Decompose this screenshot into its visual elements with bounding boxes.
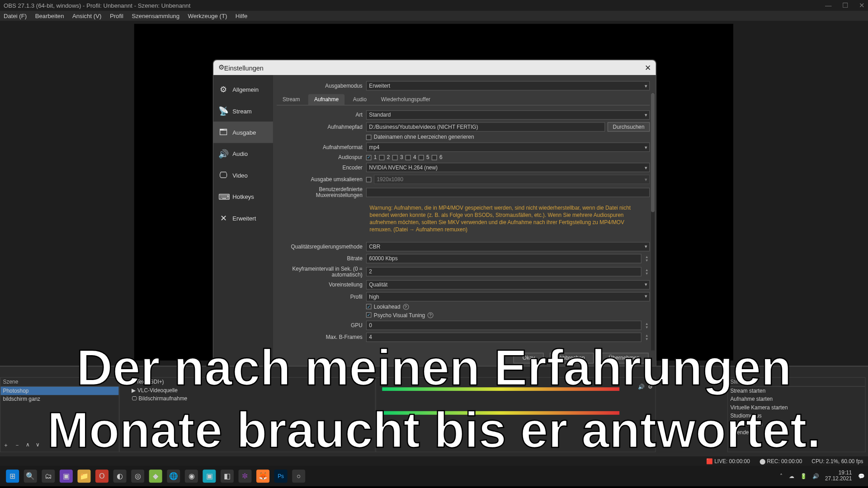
aufnahmepfad-input[interactable]: D:/Business/Youtube/videos (NICHT FERTIG… [366,122,605,131]
rescale-checkbox[interactable] [366,177,372,182]
sidebar-item-video[interactable]: 🖵Video [213,164,273,186]
tab-stream[interactable]: Stream [277,94,306,105]
durchsuchen-button[interactable]: Durchsuchen [608,122,650,131]
app-icon[interactable]: ◆ [149,469,162,483]
menu-item[interactable]: Werkzeuge (T) [188,13,227,19]
aufnahmeformat-select[interactable]: mp4 [366,142,650,152]
scene-item[interactable]: bildschirm ganz [0,395,118,403]
exit-button[interactable]: Beenden [728,428,865,436]
taskbar-clock[interactable]: 19:11 27.12.2021 [825,470,852,482]
start-stream-button[interactable]: Stream starten [728,387,865,395]
menu-item[interactable]: Datei (F) [4,13,27,19]
app-icon[interactable]: ✼ [238,469,251,483]
audiospur-4-checkbox[interactable] [406,155,411,160]
abbrechen-button[interactable]: Abbrechen [550,352,594,363]
menu-item[interactable]: Profil [110,13,123,19]
profil-select[interactable]: high [366,292,650,301]
opera-icon[interactable]: O [95,469,108,483]
scene-item[interactable]: Photoshop [0,387,118,395]
sidebar-item-erweitert[interactable]: ✕Erweitert [213,207,273,229]
battery-icon[interactable]: 🔋 [800,473,807,479]
uebernehmen-button[interactable]: Übernehmen [600,352,649,363]
live-status: LIVE: 00:00:00 [714,458,750,464]
keyframe-spinner[interactable]: ▲▼ [644,267,650,276]
app-icon[interactable]: ○ [292,469,305,483]
start-virtualcam-button[interactable]: Virtuelle Kamera starten [728,404,865,412]
tab-replaybuffer[interactable]: Wiederholungspuffer [375,94,437,105]
steam-icon[interactable]: ◎ [131,469,144,483]
photoshop-icon[interactable]: Ps [274,469,288,483]
tab-audio[interactable]: Audio [347,94,373,105]
psycho-checkbox[interactable] [366,312,372,318]
gear-icon[interactable]: ⚙ [648,384,653,389]
audiospur-5-checkbox[interactable] [419,155,424,160]
source-item[interactable]: 🖵 Bildschirmaufnahme [120,394,375,403]
close-icon[interactable]: ✕ [859,1,864,9]
search-icon[interactable]: 🔍 [24,469,37,483]
move-down-button[interactable]: ∨ [36,441,40,449]
gpu-spinner[interactable]: ▲▼ [644,320,650,330]
sidebar-item-hotkeys[interactable]: ⌨Hotkeys [213,186,273,207]
remove-scene-button[interactable]: － [14,441,20,449]
notifications-icon[interactable]: 💬 [858,473,865,479]
rescale-select: 868x488 [374,174,650,184]
resolve-icon[interactable]: ◧ [221,469,234,483]
source-item[interactable]: T Text (GDI+) [120,378,375,386]
sidebar-item-allgemein[interactable]: ⚙Allgemein [213,79,273,100]
onedrive-icon[interactable]: ☁ [789,473,794,479]
bitrate-spinner[interactable]: ▲▼ [644,253,650,263]
scrollbar[interactable] [651,93,655,350]
start-recording-button[interactable]: Aufnahme starten [728,395,865,403]
app-icon[interactable]: ▣ [60,469,73,483]
no-space-checkbox[interactable] [366,134,372,140]
studio-mode-button[interactable]: Studiomodus [728,412,865,420]
monitor-icon: 🖵 [218,170,229,180]
menu-item[interactable]: Szenensammlung [132,13,179,19]
settings-button[interactable]: Einstellungen [728,420,865,428]
art-select[interactable]: Standard [366,110,650,120]
explorer-icon[interactable]: 📁 [77,469,90,483]
sidebar-item-audio[interactable]: 🔊Audio [213,143,273,164]
volume-icon[interactable]: 🔊 [812,473,819,479]
app-icon[interactable]: 🌐 [167,469,180,483]
menu-item[interactable]: Hilfe [236,13,247,19]
help-icon[interactable]: ? [427,312,433,318]
bframes-spinner[interactable]: ▲▼ [644,332,650,342]
keyframe-input[interactable]: 2 [366,267,642,276]
audiospur-6-checkbox[interactable] [432,155,437,160]
add-scene-button[interactable]: ＋ [3,441,9,449]
volume-icon[interactable]: 🔊 [638,384,645,389]
firefox-icon[interactable]: 🦊 [256,469,269,483]
audiospur-3-checkbox[interactable] [392,155,398,160]
chrome-icon[interactable]: ◐ [113,469,127,483]
help-icon[interactable]: ? [403,304,409,310]
encoder-select[interactable]: NVIDIA NVENC H.264 (new) [366,163,650,172]
menu-item[interactable]: Ansicht (V) [72,13,101,19]
streamlabs-icon[interactable]: ▣ [203,469,216,483]
maximize-icon[interactable]: ☐ [842,1,848,9]
muxer-settings-input[interactable] [366,188,650,197]
ratecontrol-select[interactable]: CBR [366,242,650,251]
bframes-input[interactable]: 4 [366,332,642,342]
lookahead-checkbox[interactable] [366,304,372,310]
sidebar-item-stream[interactable]: 📡Stream [213,100,273,122]
move-up-button[interactable]: ∧ [26,441,30,449]
ausgabemodus-select[interactable]: Erweitert [366,81,650,90]
okay-button[interactable]: Okay [514,352,544,363]
close-dialog-button[interactable]: ✕ [645,63,651,72]
sidebar-item-ausgabe[interactable]: 🗔Ausgabe [213,122,273,143]
bitrate-input[interactable]: 60000 Kbps [366,253,642,263]
minimize-icon[interactable]: — [825,1,832,9]
menu-item[interactable]: Bearbeiten [35,13,64,19]
rec-status: REC: 00:00:00 [767,458,802,464]
tab-aufnahme[interactable]: Aufnahme [308,94,344,105]
task-view-icon[interactable]: 🗂 [42,469,55,483]
tray-chevron-icon[interactable]: ˄ [780,473,783,479]
source-item[interactable]: ▶ VLC-Videoquelle [120,386,375,394]
audiospur-1-checkbox[interactable] [366,155,372,160]
gpu-input[interactable]: 0 [366,320,642,330]
obs-icon[interactable]: ◉ [185,469,198,483]
audiospur-2-checkbox[interactable] [379,155,385,160]
preset-select[interactable]: Qualität [366,280,650,289]
start-button[interactable]: ⊞ [6,469,19,483]
